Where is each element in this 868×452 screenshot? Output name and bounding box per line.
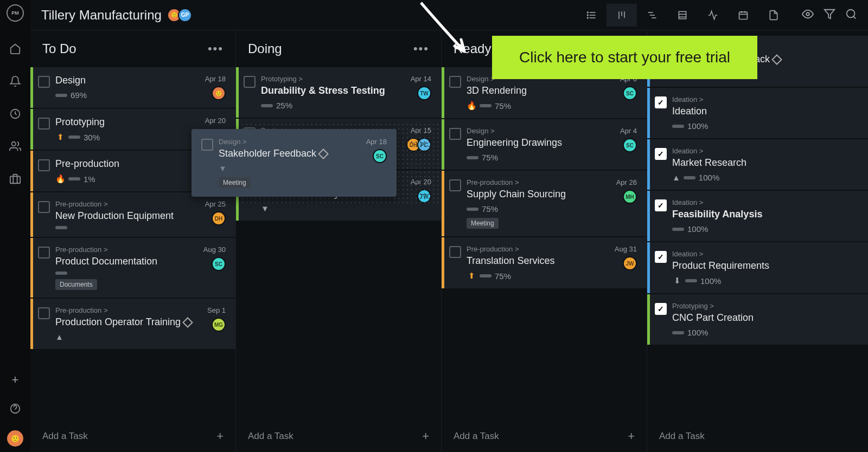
nav-help[interactable]	[0, 393, 30, 424]
task-card[interactable]: Design > Engineering Drawings 75% Apr 4 …	[442, 119, 647, 170]
add-task-button[interactable]: Add a Task	[647, 421, 868, 452]
visibility-icon[interactable]	[802, 8, 814, 22]
column-menu[interactable]: •••	[208, 42, 224, 56]
column-ready: Ready Design > 3D Rendering 🔥75% Apr 6 S…	[442, 30, 647, 452]
assignee-avatar[interactable]: SC	[373, 149, 387, 163]
task-checkbox[interactable]	[244, 76, 256, 88]
project-members[interactable]: 🙂 GP	[170, 8, 192, 22]
search-icon[interactable]	[845, 8, 857, 22]
nav-team[interactable]	[0, 131, 30, 162]
chevron-down-icon[interactable]: ▼	[219, 164, 227, 173]
progress-bar	[684, 176, 695, 179]
task-checkbox[interactable]	[38, 76, 50, 88]
sidebar: PM + 🙂	[0, 0, 30, 452]
task-checkbox[interactable]: ✓	[655, 199, 667, 211]
task-checkbox[interactable]	[38, 159, 50, 171]
nav-notifications[interactable]	[0, 66, 30, 96]
task-card[interactable]: ✓ Ideation > Market Research ▲100%	[647, 139, 868, 190]
progress-text: 100%	[687, 121, 708, 131]
task-checkbox[interactable]	[38, 247, 50, 259]
dragging-card[interactable]: Design > Stakeholder Feedback ▼ Meeting …	[192, 129, 397, 197]
task-checkbox[interactable]	[201, 139, 213, 151]
progress-text: 100%	[700, 276, 721, 286]
cta-banner[interactable]: Click here to start your free trial	[492, 36, 757, 79]
task-checkbox[interactable]	[38, 201, 50, 213]
assignee-avatar[interactable]: MH	[623, 190, 637, 204]
task-date: Apr 14	[411, 75, 431, 83]
collapse-up-icon[interactable]: ▲	[672, 173, 680, 182]
view-calendar-icon[interactable]	[728, 4, 758, 27]
card-stripe	[30, 238, 33, 298]
task-breadcrumb: Ideation >	[672, 95, 853, 104]
add-task-button[interactable]: Add a Task+	[236, 421, 441, 452]
task-checkbox[interactable]: ✓	[655, 303, 667, 315]
nav-recent[interactable]	[0, 99, 30, 129]
task-date: Apr 20	[205, 117, 226, 125]
task-card[interactable]: Pre-production > Supply Chain Sourcing 7…	[442, 171, 647, 236]
task-card[interactable]: ✓ Ideation > Product Requirements ⬇100%	[647, 242, 868, 293]
task-checkbox[interactable]: ✓	[655, 251, 667, 263]
task-breadcrumb: Pre-production >	[467, 178, 611, 186]
task-card[interactable]: ✓ Ideation > Feasibility Analysis 100%	[647, 191, 868, 241]
assignee-avatar[interactable]: JW	[623, 256, 637, 270]
task-card[interactable]: Pre-production > Production Operator Tra…	[30, 299, 235, 349]
progress-bar	[55, 226, 67, 229]
task-title: Product Requirements	[672, 260, 853, 272]
collapse-up-icon[interactable]: ▲	[55, 332, 63, 341]
expand-down-icon[interactable]: ▼	[261, 204, 269, 213]
progress-text: 100%	[699, 173, 719, 182]
task-checkbox[interactable]	[449, 179, 461, 191]
nav-add[interactable]: +	[12, 373, 19, 387]
add-task-button[interactable]: Add a Task+	[442, 421, 647, 452]
card-stripe	[442, 119, 444, 170]
task-card[interactable]: Prototyping > Durability & Stress Testin…	[236, 67, 441, 118]
view-sheet-icon[interactable]	[667, 4, 698, 27]
task-breadcrumb: Pre-production >	[55, 246, 198, 254]
task-checkbox[interactable]	[449, 128, 461, 140]
task-checkbox[interactable]	[38, 118, 50, 130]
filter-icon[interactable]	[824, 8, 835, 22]
plus-icon: +	[422, 429, 429, 443]
task-checkbox[interactable]: ✓	[655, 148, 667, 160]
assignee-avatar[interactable]: 🙂	[212, 86, 226, 100]
assignee-avatar[interactable]: MG	[212, 318, 226, 332]
task-title: Market Research	[672, 157, 853, 169]
nav-user-avatar[interactable]: 🙂	[7, 430, 23, 447]
view-activity-icon[interactable]	[698, 4, 728, 27]
progress-bar	[68, 177, 80, 180]
app-logo[interactable]: PM	[7, 4, 24, 22]
assignee-avatar[interactable]: SC	[623, 138, 637, 152]
arrow-annotation	[416, 0, 492, 70]
task-title: CNC Part Creation	[672, 312, 853, 324]
task-card[interactable]: Pre-production > Translation Services ⬆7…	[442, 237, 647, 288]
diamond-icon	[318, 148, 329, 159]
task-checkbox[interactable]: ✓	[655, 96, 667, 108]
task-card[interactable]: ✓ Ideation > Ideation 100%	[647, 88, 868, 138]
assignee-avatar[interactable]: DH	[212, 211, 226, 225]
assignee-avatar[interactable]: SC	[212, 257, 226, 271]
assignee-avatar[interactable]: TW	[417, 86, 431, 100]
task-title: Durability & Stress Testing	[261, 85, 405, 96]
task-card[interactable]: Pre-production > Product Documentation D…	[30, 238, 235, 298]
view-list-icon[interactable]	[576, 4, 607, 27]
progress-text: 25%	[276, 101, 292, 110]
task-title: Production Operator Training	[55, 317, 202, 328]
add-task-button[interactable]: Add a Task+	[30, 421, 235, 452]
nav-home[interactable]	[0, 34, 30, 64]
card-stripe	[647, 294, 650, 345]
task-checkbox[interactable]	[449, 76, 461, 88]
assignee-avatar[interactable]: SC	[623, 86, 637, 100]
task-checkbox[interactable]	[38, 307, 50, 319]
task-date: Apr 18	[366, 138, 387, 146]
task-card[interactable]: Design 69% Apr 18 🙂	[30, 67, 235, 108]
view-files-icon[interactable]	[758, 4, 789, 27]
member-avatar[interactable]: GP	[178, 8, 192, 22]
view-gantt-icon[interactable]	[637, 4, 667, 27]
progress-text: 75%	[482, 204, 498, 214]
nav-portfolio[interactable]	[0, 164, 30, 194]
task-checkbox[interactable]	[449, 246, 461, 258]
svg-point-25	[847, 9, 855, 17]
view-board-icon[interactable]	[607, 4, 637, 27]
task-card[interactable]: ✓ Prototyping > CNC Part Creation 100%	[647, 294, 868, 345]
task-card[interactable]: Pre-production > New Production Equipmen…	[30, 192, 235, 237]
